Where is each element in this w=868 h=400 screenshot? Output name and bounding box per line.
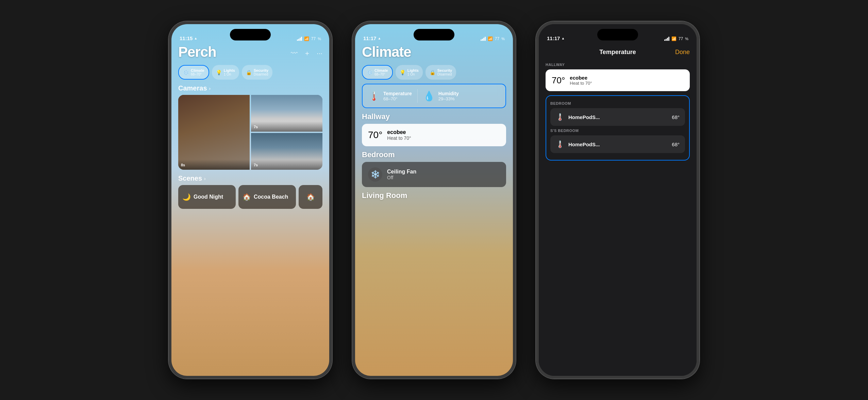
phone-3: 11:17 ▲ 📶 77 % [536, 21, 699, 379]
camera-bottom-right[interactable]: 7s [251, 133, 322, 170]
status-icons-3: 📶 77 % [664, 36, 688, 41]
ecobee-temp: 70° [368, 130, 382, 140]
phone-2: 11:17 ▲ 📶 77 % Climate [352, 21, 516, 379]
page-title-1: Perch [178, 44, 322, 60]
signal-icon-2 [481, 37, 486, 41]
fan-icon-circle: ❄️ [368, 167, 382, 182]
camera-top-right-overlay: 7s [251, 121, 322, 132]
scenes-section-header[interactable]: Scenes › [178, 174, 322, 182]
scene-extra[interactable]: 🏠 [299, 185, 322, 209]
ss-bedroom-label: S'S BEDROOM [550, 129, 685, 133]
tab-security-2[interactable]: 🔒 Security Disarmed [425, 65, 456, 80]
cam-timer-2: 7s [254, 163, 258, 167]
scene-cocoa-beach-label: Cocoa Beach [254, 194, 288, 200]
camera-main-overlay: 8s [178, 160, 250, 170]
status-time-2: 11:17 ▲ [363, 35, 381, 41]
done-button[interactable]: Done [675, 49, 690, 56]
climate-tab-icon-1: ❄️ [183, 70, 189, 75]
signal-icon-1 [297, 37, 302, 41]
cam-timer-1: 7s [254, 125, 258, 129]
lights-tab-icon-2: 💡 [400, 70, 405, 75]
wifi-icon-1: 📶 [304, 36, 309, 41]
homepod-bedroom-card[interactable]: 🌡️ HomePodS... 68° [550, 108, 685, 126]
humidity-sub: 29–33% [438, 96, 459, 101]
phone3-screen: 11:17 ▲ 📶 77 % [539, 24, 697, 376]
dynamic-island-2 [414, 29, 454, 40]
tab-buttons-1: ❄️ Climate 68–70° 💡 Lights 1 On [178, 65, 322, 80]
ecobee-name: ecobee [387, 129, 411, 135]
temp-page-title: Temperature [599, 49, 636, 56]
camera-main[interactable]: 8s [178, 95, 250, 170]
battery-text-1: 77 [311, 36, 316, 41]
scene-good-night[interactable]: 🌙 Good Night [178, 185, 236, 209]
battery-text-2: 77 [495, 36, 499, 41]
vertical-divider [417, 89, 418, 103]
humidity-icon: 💧 [423, 90, 435, 102]
homepod-ss-name: HomePodS... [568, 141, 668, 147]
hallway-label: HALLWAY [546, 63, 690, 67]
status-time-1: 11:15 ▲ [180, 35, 197, 41]
wifi-icon-3: 📶 [671, 36, 677, 41]
scenes-chevron: › [204, 176, 206, 181]
cameras-section-header[interactable]: Cameras › [178, 84, 322, 92]
phone1-screen: 11:15 ▲ 📶 77 % 〰 ＋ [171, 24, 329, 376]
cameras-grid: 8s 7s [178, 95, 322, 170]
status-icons-2: 📶 77 % [481, 36, 505, 41]
tab-climate-1[interactable]: ❄️ Climate 68–70° [178, 65, 209, 80]
scenes-row: 🌙 Good Night 🏠 Cocoa Beach 🏠 [178, 185, 322, 209]
temperature-item[interactable]: 🌡️ Temperature 68–70° [368, 90, 412, 102]
fan-icon: ❄️ [371, 170, 380, 179]
tab-buttons-2: ❄️ Climate 68–70° 💡 Lights 1 On [362, 65, 506, 80]
homepod-bedroom-temp: 68° [672, 114, 680, 120]
climate-selection-card[interactable]: 🌡️ Temperature 68–70° 💧 Humidity 29– [362, 84, 506, 108]
dynamic-island-1 [230, 29, 271, 40]
ecobee-sensor-sub: Heat to 70° [570, 81, 592, 86]
phone2-content: Climate ❄️ Climate 68–70° 💡 Lights [355, 44, 513, 376]
hallway-section: HALLWAY 70° ecobee Heat to 70° [546, 63, 690, 91]
homepod-ss-temp: 68° [672, 141, 680, 147]
signal-icon-3 [664, 37, 669, 41]
homepod-ss-bedroom-card[interactable]: 🌡️ HomePodS... 68° [550, 135, 685, 153]
cameras-chevron: › [209, 86, 211, 91]
tab-lights-1[interactable]: 💡 Lights 1 On [212, 65, 239, 80]
bedroom-selection-group[interactable]: BEDROOM 🌡️ HomePodS... 68° S'S BEDROOM [546, 95, 690, 161]
bedroom-section: BEDROOM 🌡️ HomePodS... 68° [550, 101, 685, 126]
cocoa-beach-icon: 🏠 [243, 193, 251, 201]
phones-container: 11:15 ▲ 📶 77 % 〰 ＋ [0, 0, 868, 400]
ecobee-sensor-name: ecobee [570, 75, 592, 81]
security-tab-icon-2: 🔒 [430, 70, 435, 75]
climate-tab-icon-2: ❄️ [367, 70, 372, 75]
lights-tab-icon-1: 💡 [216, 70, 222, 75]
humidity-label: Humidity [438, 91, 459, 96]
ceiling-fan-card[interactable]: ❄️ Ceiling Fan Off [362, 162, 506, 187]
phone1-content: Perch ❄️ Climate 68–70° 💡 Lights [171, 44, 329, 376]
phone2-screen: 11:17 ▲ 📶 77 % Climate [355, 24, 513, 376]
camera-top-right[interactable]: 7s [251, 95, 322, 132]
ss-bedroom-section: S'S BEDROOM 🌡️ HomePodS... 68° [550, 129, 685, 153]
dynamic-island-3 [597, 29, 638, 40]
thermo-icon-bedroom: 🌡️ [556, 113, 564, 121]
scene-extra-icon: 🏠 [306, 193, 315, 201]
room-hallway-title: Hallway [362, 112, 506, 121]
tab-climate-2[interactable]: ❄️ Climate 68–70° [362, 65, 393, 80]
ecobee-sensor-card[interactable]: 70° ecobee Heat to 70° [546, 69, 690, 91]
temp-header: Temperature Done [546, 44, 690, 61]
status-time-3: 11:17 ▲ [547, 35, 565, 41]
tab-lights-2[interactable]: 💡 Lights 1 On [396, 65, 423, 80]
scenes-section: Scenes › 🌙 Good Night 🏠 Cocoa Beach [178, 174, 322, 209]
scene-cocoa-beach[interactable]: 🏠 Cocoa Beach [238, 185, 296, 209]
fan-name: Ceiling Fan [387, 169, 416, 175]
security-tab-icon-1: 🔒 [246, 70, 252, 75]
room-bedroom: Bedroom ❄️ Ceiling Fan Off [362, 150, 506, 187]
page-title-2: Climate [362, 44, 506, 60]
room-living-title: Living Room [362, 191, 506, 200]
tab-security-1[interactable]: 🔒 Security Disarmed [242, 65, 272, 80]
wifi-icon-2: 📶 [488, 36, 493, 41]
humidity-item[interactable]: 💧 Humidity 29–33% [423, 90, 459, 102]
room-living: Living Room [362, 191, 506, 200]
camera-door-scene [178, 95, 250, 170]
battery-text-3: 77 [679, 36, 683, 41]
ecobee-sub: Heat to 70° [387, 135, 411, 141]
homepod-bedroom-name: HomePodS... [568, 114, 668, 120]
ecobee-card[interactable]: 70° ecobee Heat to 70° [362, 124, 506, 146]
